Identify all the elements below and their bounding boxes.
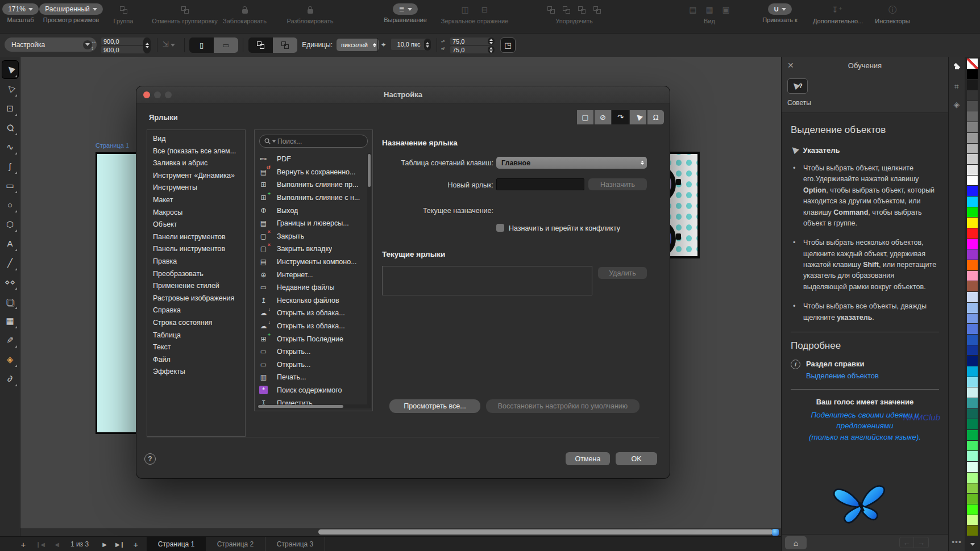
color-swatch[interactable]: [967, 324, 978, 334]
align-dropdown[interactable]: ≣: [393, 3, 417, 15]
color-swatch[interactable]: [967, 69, 978, 80]
smear-tool[interactable]: ∂: [2, 369, 19, 388]
command-item[interactable]: ▭ Открыть...: [256, 345, 367, 358]
properties-docker-tab[interactable]: ⌗: [949, 82, 965, 91]
restore-defaults-button[interactable]: Восстановить настройки по умолчанию: [486, 399, 640, 413]
back-one-icon[interactable]: [593, 6, 601, 14]
color-swatch[interactable]: [967, 525, 978, 536]
palette-scroll-button[interactable]: [965, 537, 980, 551]
category-item[interactable]: Растровые изображения: [147, 293, 245, 305]
color-swatch[interactable]: [967, 419, 978, 429]
category-item[interactable]: Панель инструментов: [147, 243, 245, 256]
grid-icon[interactable]: ▦: [705, 6, 713, 14]
page-tab[interactable]: Страница 2: [206, 537, 265, 551]
color-swatch[interactable]: [967, 441, 978, 451]
color-swatch[interactable]: [967, 260, 978, 270]
color-swatch[interactable]: [967, 398, 978, 408]
color-swatch[interactable]: [967, 186, 978, 196]
command-item[interactable]: ☁↓ Открыть из облака...: [256, 320, 367, 333]
color-swatch[interactable]: [967, 504, 978, 515]
view-all-button[interactable]: Просмотреть все...: [389, 399, 480, 413]
color-swatch[interactable]: [967, 409, 978, 419]
color-swatch[interactable]: [967, 154, 978, 164]
size-stepper[interactable]: [143, 37, 151, 53]
inspectors-button[interactable]: ⓘ Инспекторы: [867, 3, 918, 24]
text-tool[interactable]: A: [2, 234, 19, 253]
page-tab[interactable]: Страница 1: [147, 537, 206, 551]
category-item[interactable]: Объект: [147, 219, 245, 231]
freehand-tool[interactable]: ∿: [2, 137, 19, 156]
command-item[interactable]: ▭ Недавние файлы: [256, 281, 367, 294]
category-item[interactable]: Макет: [147, 194, 245, 207]
nudge-distance-input[interactable]: [391, 39, 426, 50]
command-item[interactable]: Φ Выход: [256, 204, 367, 217]
delete-shortcut-button[interactable]: Удалить: [598, 267, 647, 279]
object-height-input[interactable]: [101, 46, 146, 53]
previous-page-button[interactable]: ◀: [51, 537, 63, 551]
orientation-toggle[interactable]: ▯ ▭: [189, 37, 238, 53]
color-swatch[interactable]: [967, 515, 978, 525]
command-item[interactable]: PDF PDF: [256, 153, 367, 166]
artistic-media-tool[interactable]: ʃ: [2, 157, 19, 176]
page-apply-toggle[interactable]: [248, 37, 297, 53]
color-swatch[interactable]: [967, 377, 978, 387]
color-swatch[interactable]: [967, 292, 978, 302]
home-button[interactable]: ⌂: [785, 536, 807, 549]
color-swatch[interactable]: [967, 271, 978, 281]
category-item[interactable]: Инструменты: [147, 182, 245, 194]
forward-one-icon[interactable]: [578, 6, 585, 14]
help-button[interactable]: ?: [144, 453, 156, 465]
ok-button[interactable]: OK: [616, 452, 657, 465]
color-swatch[interactable]: [967, 451, 978, 461]
new-shortcut-input[interactable]: [496, 178, 584, 190]
docker-overflow-button[interactable]: •••: [949, 537, 965, 546]
hints-docker-tab[interactable]: [949, 62, 965, 72]
command-item[interactable]: ↥ Несколько файлов: [256, 294, 367, 307]
color-swatch[interactable]: [967, 80, 978, 90]
command-item[interactable]: ▤↺ Вернуть к сохраненно...: [256, 166, 367, 179]
to-back-icon[interactable]: [563, 6, 570, 14]
color-swatch[interactable]: [967, 133, 978, 143]
category-item[interactable]: Панели инструментов: [147, 231, 245, 244]
dialog-titlebar[interactable]: Настройка: [136, 86, 670, 103]
color-swatch[interactable]: [967, 281, 978, 291]
landscape-icon[interactable]: ▭: [214, 37, 238, 53]
command-item[interactable]: ⊞+ Выполнить слияние с н...: [256, 191, 367, 204]
color-swatch[interactable]: [967, 176, 978, 186]
scrollbar-thumb[interactable]: [258, 405, 343, 408]
color-swatch[interactable]: [967, 303, 978, 313]
command-item[interactable]: ▥ Печать...: [256, 371, 367, 384]
fill-tool[interactable]: ◈: [2, 350, 19, 369]
pen-tab-icon[interactable]: ⊘: [595, 110, 611, 124]
pointer-tab-icon[interactable]: ▶: [630, 110, 646, 124]
more-options-button[interactable]: ↧⁺ Дополнительно...: [813, 3, 861, 24]
command-item[interactable]: ▢× Закрыть: [256, 230, 367, 243]
category-item[interactable]: Заливка и абрис: [147, 157, 245, 170]
nudge-stepper[interactable]: [424, 39, 431, 51]
color-swatch[interactable]: [967, 144, 978, 154]
command-item[interactable]: ▤ Инструменты компоно...: [256, 256, 367, 269]
portrait-icon[interactable]: ▯: [189, 37, 214, 53]
category-item[interactable]: Правка: [147, 256, 245, 268]
back-button[interactable]: ←: [899, 537, 914, 548]
command-item[interactable]: ⊞+ Открыть Последние: [256, 332, 367, 345]
color-swatch[interactable]: [967, 122, 978, 132]
eyedropper-tool[interactable]: ✎: [2, 331, 19, 349]
category-item[interactable]: Инструмент «Динамика»: [147, 170, 245, 182]
command-list-vscrollbar[interactable]: [367, 153, 371, 408]
duplicate-y-stepper[interactable]: [488, 46, 495, 53]
to-front-icon[interactable]: [547, 6, 555, 14]
zoom-level-dropdown[interactable]: 171%: [2, 3, 39, 15]
pick-tool[interactable]: ▶: [2, 60, 19, 79]
category-item[interactable]: Применение стилей: [147, 280, 245, 293]
shape-tool[interactable]: ▷: [2, 80, 19, 98]
treat-as-filled-button[interactable]: ◳: [500, 37, 516, 53]
color-swatch[interactable]: [967, 207, 978, 218]
crop-tool[interactable]: ⊡: [2, 99, 19, 118]
ellipse-tool[interactable]: ○: [2, 195, 19, 214]
page-border-icon[interactable]: ▣: [722, 6, 730, 14]
duplicate-x-stepper[interactable]: [488, 37, 495, 45]
category-item[interactable]: Справка: [147, 304, 245, 317]
color-swatch[interactable]: [967, 462, 978, 472]
command-item[interactable]: ▤ Границы и люверсы...: [256, 217, 367, 230]
